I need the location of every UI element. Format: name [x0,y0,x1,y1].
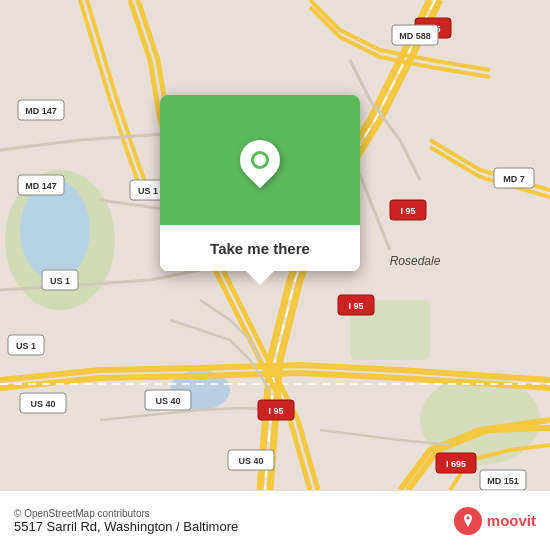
bottom-bar: © OpenStreetMap contributors 5517 Sarril… [0,490,550,550]
popup-map-preview [160,95,360,225]
svg-text:I 95: I 95 [348,301,363,311]
address-label: 5517 Sarril Rd, Washington / Baltimore [14,519,238,534]
svg-text:MD 147: MD 147 [25,106,57,116]
svg-text:US 1: US 1 [138,186,158,196]
svg-text:US 40: US 40 [30,399,55,409]
svg-text:MD 588: MD 588 [399,31,431,41]
bottom-content: © OpenStreetMap contributors 5517 Sarril… [14,508,238,534]
popup-card: Take me there [160,95,360,271]
svg-text:US 40: US 40 [155,396,180,406]
take-me-there-button[interactable]: Take me there [160,225,360,271]
moovit-logo[interactable]: moovit [454,507,536,535]
svg-text:US 1: US 1 [16,341,36,351]
pin-icon [232,132,289,189]
moovit-icon [454,507,482,535]
map-container: MD 147 MD 147 US 1 US 1 US 1 I 95 I 95 I… [0,0,550,490]
svg-text:I 695: I 695 [446,459,466,469]
svg-text:MD 147: MD 147 [25,181,57,191]
svg-text:MD 151: MD 151 [487,476,519,486]
pin-inner-circle [251,151,269,169]
svg-text:MD 7: MD 7 [503,174,525,184]
svg-text:US 40: US 40 [238,456,263,466]
svg-text:I 95: I 95 [400,206,415,216]
svg-text:I 95: I 95 [268,406,283,416]
map-attribution: © OpenStreetMap contributors [14,508,150,519]
moovit-brand-name: moovit [487,512,536,529]
svg-text:Rosedale: Rosedale [390,254,441,268]
svg-text:US 1: US 1 [50,276,70,286]
location-pin [240,140,280,180]
